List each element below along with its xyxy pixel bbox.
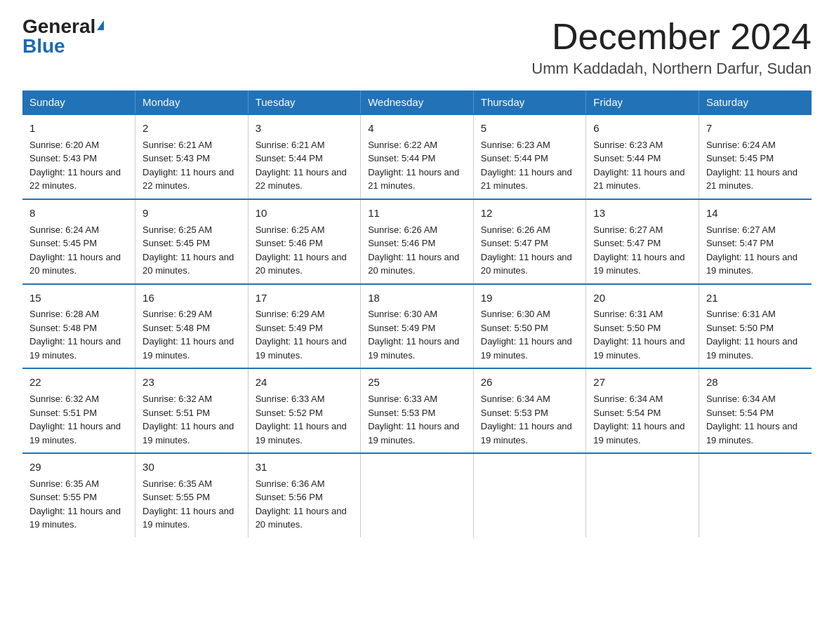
logo-text-general: General [22,17,95,36]
day-info: Sunrise: 6:23 AMSunset: 5:44 PMDaylight:… [593,138,691,193]
calendar-cell: 6Sunrise: 6:23 AMSunset: 5:44 PMDaylight… [586,114,699,199]
column-header-sunday: Sunday [22,90,135,114]
day-number: 9 [143,206,241,221]
calendar-cell: 10Sunrise: 6:25 AMSunset: 5:46 PMDayligh… [248,199,361,284]
calendar-cell: 8Sunrise: 6:24 AMSunset: 5:45 PMDaylight… [22,199,135,284]
calendar-cell: 30Sunrise: 6:35 AMSunset: 5:55 PMDayligh… [135,453,249,537]
calendar-cell: 18Sunrise: 6:30 AMSunset: 5:49 PMDayligh… [361,284,474,369]
day-info: Sunrise: 6:30 AMSunset: 5:49 PMDaylight:… [368,307,466,362]
day-number: 28 [706,375,805,390]
day-info: Sunrise: 6:29 AMSunset: 5:48 PMDaylight:… [143,307,241,362]
day-number: 31 [256,459,354,475]
day-number: 7 [706,121,805,136]
calendar-cell: 20Sunrise: 6:31 AMSunset: 5:50 PMDayligh… [586,284,699,369]
calendar-cell: 13Sunrise: 6:27 AMSunset: 5:47 PMDayligh… [586,199,699,284]
column-header-wednesday: Wednesday [361,90,474,114]
calendar-cell: 28Sunrise: 6:34 AMSunset: 5:54 PMDayligh… [699,368,812,453]
day-info: Sunrise: 6:35 AMSunset: 5:55 PMDaylight:… [143,477,241,532]
calendar-cell: 21Sunrise: 6:31 AMSunset: 5:50 PMDayligh… [699,284,812,369]
calendar-cell: 5Sunrise: 6:23 AMSunset: 5:44 PMDaylight… [473,114,586,199]
week-row-2: 8Sunrise: 6:24 AMSunset: 5:45 PMDaylight… [22,199,812,284]
calendar-cell: 27Sunrise: 6:34 AMSunset: 5:54 PMDayligh… [586,368,699,453]
calendar-cell: 11Sunrise: 6:26 AMSunset: 5:46 PMDayligh… [361,199,474,284]
day-number: 16 [143,290,241,306]
day-info: Sunrise: 6:21 AMSunset: 5:44 PMDaylight:… [256,138,354,193]
day-info: Sunrise: 6:26 AMSunset: 5:46 PMDaylight:… [368,223,466,278]
day-info: Sunrise: 6:24 AMSunset: 5:45 PMDaylight:… [706,138,805,193]
calendar-header-row: SundayMondayTuesdayWednesdayThursdayFrid… [22,90,812,114]
day-number: 12 [481,206,579,221]
page-header: General Blue December 2024 Umm Kaddadah,… [22,17,812,78]
day-info: Sunrise: 6:22 AMSunset: 5:44 PMDaylight:… [368,138,466,193]
day-number: 5 [481,121,579,136]
calendar-cell: 26Sunrise: 6:34 AMSunset: 5:53 PMDayligh… [473,368,586,453]
calendar-cell: 24Sunrise: 6:33 AMSunset: 5:52 PMDayligh… [248,368,361,453]
logo-text-blue: Blue [22,35,65,57]
day-number: 19 [481,290,579,306]
calendar-cell: 17Sunrise: 6:29 AMSunset: 5:49 PMDayligh… [248,284,361,369]
calendar-cell: 14Sunrise: 6:27 AMSunset: 5:47 PMDayligh… [699,199,812,284]
calendar-cell: 12Sunrise: 6:26 AMSunset: 5:47 PMDayligh… [473,199,586,284]
calendar-cell: 15Sunrise: 6:28 AMSunset: 5:48 PMDayligh… [22,284,135,369]
calendar-cell [361,453,474,537]
calendar-cell: 29Sunrise: 6:35 AMSunset: 5:55 PMDayligh… [22,453,135,537]
week-row-5: 29Sunrise: 6:35 AMSunset: 5:55 PMDayligh… [22,453,812,537]
day-number: 3 [256,121,354,136]
day-info: Sunrise: 6:23 AMSunset: 5:44 PMDaylight:… [481,138,579,193]
day-info: Sunrise: 6:24 AMSunset: 5:45 PMDaylight:… [29,223,128,278]
calendar-cell: 4Sunrise: 6:22 AMSunset: 5:44 PMDaylight… [361,114,474,199]
day-number: 15 [29,290,128,306]
day-number: 29 [29,459,128,475]
day-info: Sunrise: 6:35 AMSunset: 5:55 PMDaylight:… [29,477,128,532]
page-subtitle: Umm Kaddadah, Northern Darfur, Sudan [531,60,812,78]
day-info: Sunrise: 6:32 AMSunset: 5:51 PMDaylight:… [143,392,241,447]
calendar-cell: 19Sunrise: 6:30 AMSunset: 5:50 PMDayligh… [473,284,586,369]
day-number: 26 [481,375,579,390]
day-info: Sunrise: 6:33 AMSunset: 5:52 PMDaylight:… [256,392,354,447]
calendar-cell: 25Sunrise: 6:33 AMSunset: 5:53 PMDayligh… [361,368,474,453]
day-number: 10 [256,206,354,221]
logo: General Blue [22,17,104,56]
day-info: Sunrise: 6:34 AMSunset: 5:53 PMDaylight:… [481,392,579,447]
day-info: Sunrise: 6:30 AMSunset: 5:50 PMDaylight:… [481,307,579,362]
day-info: Sunrise: 6:27 AMSunset: 5:47 PMDaylight:… [706,223,805,278]
day-number: 14 [706,206,805,221]
day-number: 4 [368,121,466,136]
day-info: Sunrise: 6:32 AMSunset: 5:51 PMDaylight:… [29,392,128,447]
calendar-cell: 31Sunrise: 6:36 AMSunset: 5:56 PMDayligh… [248,453,361,537]
day-number: 6 [593,121,691,136]
calendar-table: SundayMondayTuesdayWednesdayThursdayFrid… [22,90,812,537]
calendar-cell [699,453,812,537]
day-number: 17 [256,290,354,306]
calendar-cell: 1Sunrise: 6:20 AMSunset: 5:43 PMDaylight… [22,114,135,199]
column-header-monday: Monday [135,90,249,114]
calendar-cell [473,453,586,537]
day-info: Sunrise: 6:36 AMSunset: 5:56 PMDaylight:… [256,477,354,532]
column-header-thursday: Thursday [473,90,586,114]
day-number: 23 [143,375,241,390]
day-number: 21 [706,290,805,306]
day-number: 8 [29,206,128,221]
calendar-cell: 7Sunrise: 6:24 AMSunset: 5:45 PMDaylight… [699,114,812,199]
calendar-cell: 23Sunrise: 6:32 AMSunset: 5:51 PMDayligh… [135,368,249,453]
day-info: Sunrise: 6:29 AMSunset: 5:49 PMDaylight:… [256,307,354,362]
day-info: Sunrise: 6:34 AMSunset: 5:54 PMDaylight:… [593,392,691,447]
day-info: Sunrise: 6:27 AMSunset: 5:47 PMDaylight:… [593,223,691,278]
day-info: Sunrise: 6:33 AMSunset: 5:53 PMDaylight:… [368,392,466,447]
calendar-cell: 3Sunrise: 6:21 AMSunset: 5:44 PMDaylight… [248,114,361,199]
day-info: Sunrise: 6:25 AMSunset: 5:46 PMDaylight:… [256,223,354,278]
day-info: Sunrise: 6:25 AMSunset: 5:45 PMDaylight:… [143,223,241,278]
day-number: 2 [143,121,241,136]
day-number: 30 [143,459,241,475]
calendar-cell: 22Sunrise: 6:32 AMSunset: 5:51 PMDayligh… [22,368,135,453]
calendar-cell [586,453,699,537]
day-number: 13 [593,206,691,221]
day-info: Sunrise: 6:21 AMSunset: 5:43 PMDaylight:… [143,138,241,193]
column-header-tuesday: Tuesday [248,90,361,114]
day-info: Sunrise: 6:31 AMSunset: 5:50 PMDaylight:… [706,307,805,362]
week-row-4: 22Sunrise: 6:32 AMSunset: 5:51 PMDayligh… [22,368,812,453]
day-number: 27 [593,375,691,390]
day-number: 25 [368,375,466,390]
column-header-friday: Friday [586,90,699,114]
day-info: Sunrise: 6:26 AMSunset: 5:47 PMDaylight:… [481,223,579,278]
